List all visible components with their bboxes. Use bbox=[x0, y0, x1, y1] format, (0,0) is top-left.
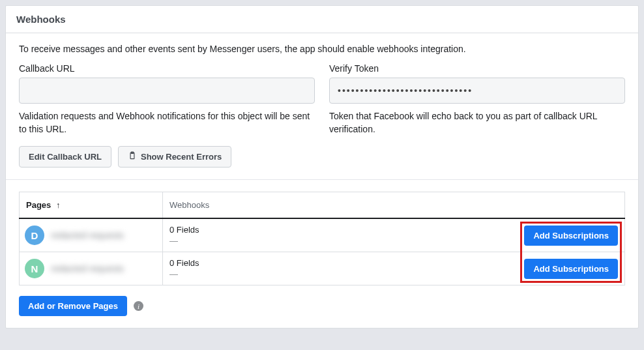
edit-callback-button[interactable]: Edit Callback URL bbox=[19, 146, 111, 168]
add-remove-pages-label: Add or Remove Pages bbox=[28, 301, 118, 311]
callback-label: Callback URL bbox=[19, 63, 315, 74]
page-name-redacted: redacted requests bbox=[51, 263, 124, 274]
sort-arrow-icon: ↑ bbox=[56, 200, 61, 210]
add-subscriptions-button[interactable]: Add Subscriptions bbox=[524, 226, 618, 246]
callback-url-input[interactable] bbox=[19, 78, 315, 104]
field-columns: Callback URL Validation requests and Web… bbox=[19, 63, 625, 136]
fields-count: 0 Fields bbox=[169, 225, 199, 235]
callback-help: Validation requests and Webhook notifica… bbox=[19, 110, 315, 136]
add-subscriptions-button[interactable]: Add Subscriptions bbox=[524, 259, 618, 279]
table-row: Dredacted requests0 Fields—Add Subscript… bbox=[20, 218, 625, 252]
callback-column: Callback URL Validation requests and Web… bbox=[19, 63, 315, 136]
button-row: Edit Callback URL Show Recent Errors bbox=[19, 146, 625, 168]
avatar: N bbox=[25, 259, 44, 278]
fields-dash: — bbox=[169, 236, 199, 246]
table-wrap: Pages ↑ Webhooks Dredacted requests0 Fie… bbox=[19, 192, 625, 285]
show-errors-button[interactable]: Show Recent Errors bbox=[118, 146, 231, 168]
avatar: D bbox=[25, 226, 44, 245]
panel-body: To receive messages and other events sen… bbox=[6, 33, 638, 179]
add-remove-pages-button[interactable]: Add or Remove Pages bbox=[19, 296, 127, 316]
page-cell: Nredacted requests bbox=[20, 252, 163, 285]
verify-token-input[interactable] bbox=[329, 78, 625, 104]
intro-text: To receive messages and other events sen… bbox=[19, 44, 625, 54]
webhooks-panel: Webhooks To receive messages and other e… bbox=[5, 5, 639, 328]
webhooks-cell: 0 Fields—Add Subscriptions bbox=[163, 218, 625, 252]
panel-title: Webhooks bbox=[6, 6, 638, 33]
show-errors-label: Show Recent Errors bbox=[141, 152, 222, 162]
fields-count: 0 Fields bbox=[169, 258, 199, 268]
th-webhooks: Webhooks bbox=[163, 192, 625, 219]
pages-table: Pages ↑ Webhooks Dredacted requests0 Fie… bbox=[19, 192, 625, 285]
footer-row: Add or Remove Pages i bbox=[19, 296, 625, 316]
webhooks-cell: 0 Fields—Add Subscriptions bbox=[163, 252, 625, 285]
clipboard-icon bbox=[128, 151, 137, 162]
pages-section: Pages ↑ Webhooks Dredacted requests0 Fie… bbox=[6, 179, 638, 328]
page-cell: Dredacted requests bbox=[20, 218, 163, 252]
table-row: Nredacted requests0 Fields—Add Subscript… bbox=[20, 252, 625, 285]
page-name-redacted: redacted requests bbox=[51, 230, 124, 241]
verify-column: Verify Token Token that Facebook will ec… bbox=[329, 63, 625, 136]
th-pages-label: Pages bbox=[26, 200, 51, 210]
verify-label: Verify Token bbox=[329, 63, 625, 74]
info-icon[interactable]: i bbox=[134, 301, 143, 311]
verify-help: Token that Facebook will echo back to yo… bbox=[329, 110, 625, 136]
table-header-row: Pages ↑ Webhooks bbox=[20, 192, 625, 219]
th-pages[interactable]: Pages ↑ bbox=[20, 192, 163, 219]
fields-dash: — bbox=[169, 269, 199, 279]
edit-callback-label: Edit Callback URL bbox=[29, 152, 102, 162]
